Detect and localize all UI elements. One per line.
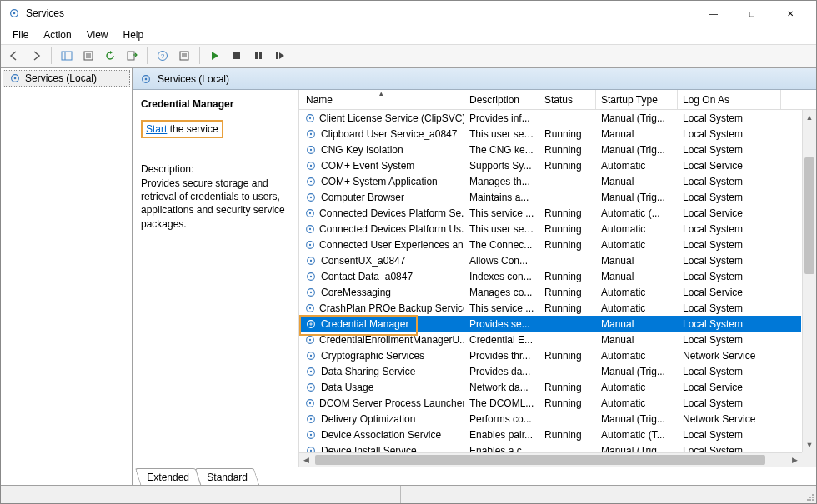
restart-service-button[interactable]	[270, 46, 290, 66]
col-startup-type[interactable]: Startup Type	[596, 90, 678, 109]
service-row[interactable]: Connected Devices Platform Us...This use…	[299, 221, 801, 237]
horizontal-scrollbar[interactable]: ◀ ▶	[299, 452, 802, 467]
service-row[interactable]: Device Association ServiceEnables pair..…	[299, 427, 801, 442]
svg-point-19	[14, 77, 17, 80]
gear-icon	[304, 207, 316, 220]
tree-root-services-local[interactable]: Services (Local)	[3, 70, 130, 87]
gear-icon	[304, 127, 318, 141]
service-row[interactable]: Connected Devices Platform Se...This ser…	[299, 205, 801, 221]
service-row[interactable]: ConsentUX_a0847Allows Con...ManualLocal …	[299, 252, 801, 268]
menu-action[interactable]: Action	[37, 27, 78, 42]
service-row[interactable]: CredentialEnrollmentManagerU...Credentia…	[299, 332, 801, 347]
service-row[interactable]: Credential ManagerProvides se...ManualLo…	[299, 316, 801, 332]
service-row[interactable]: Clipboard User Service_a0847This user se…	[299, 126, 801, 142]
service-log-on-as: Local System	[678, 302, 781, 314]
service-description: This user ser...	[464, 223, 539, 235]
col-log-on-as[interactable]: Log On As	[678, 90, 781, 109]
service-row[interactable]: Cryptographic ServicesProvides thr...Run…	[299, 347, 801, 363]
service-startup-type: Automatic	[596, 382, 678, 393]
service-row[interactable]: Client License Service (ClipSVC)Provides…	[299, 110, 801, 126]
service-description: Network da...	[464, 382, 539, 393]
help-button[interactable]: ?	[153, 46, 173, 66]
service-log-on-as: Local Service	[678, 382, 781, 393]
col-name[interactable]: Name▴	[299, 90, 464, 109]
gear-icon	[304, 428, 318, 442]
rows-viewport: Client License Service (ClipSVC)Provides…	[299, 110, 816, 467]
svg-point-51	[309, 338, 311, 340]
svg-point-23	[309, 117, 311, 118]
close-button[interactable]: ✕	[771, 1, 809, 26]
service-startup-type: Automatic (T...	[596, 429, 678, 441]
show-hide-tree-button[interactable]	[57, 46, 77, 66]
titlebar[interactable]: Services ― □ ✕	[1, 1, 816, 26]
vertical-scrollbar[interactable]: ▲ ▼	[802, 110, 816, 452]
service-row[interactable]: COM+ Event SystemSupports Sy...RunningAu…	[299, 157, 801, 173]
service-row[interactable]: Computer BrowserMaintains a...Manual (Tr…	[299, 189, 801, 205]
refresh-button[interactable]	[100, 46, 120, 66]
service-description: Provides inf...	[464, 112, 539, 124]
col-description[interactable]: Description	[464, 90, 539, 109]
content-header: Services (Local)	[133, 68, 816, 90]
service-name: ConsentUX_a0847	[321, 255, 405, 267]
svg-point-71	[812, 494, 814, 496]
service-name: Delivery Optimization	[321, 413, 415, 425]
scroll-thumb[interactable]	[804, 157, 814, 274]
service-name: DCOM Server Process Launcher	[319, 397, 464, 409]
scroll-down-icon[interactable]: ▼	[803, 437, 816, 452]
service-startup-type: Manual	[596, 334, 678, 346]
menu-help[interactable]: Help	[117, 27, 151, 42]
export-button[interactable]	[122, 46, 142, 66]
navigation-tree[interactable]: Services (Local)	[1, 68, 133, 485]
service-row[interactable]: Data UsageNetwork da...RunningAutomaticL…	[299, 379, 801, 395]
col-status[interactable]: Status	[539, 90, 596, 109]
service-name: COM+ Event System	[321, 160, 414, 172]
start-service-link[interactable]: Start	[146, 123, 167, 135]
svg-point-47	[309, 307, 311, 308]
service-description: This service ...	[464, 302, 539, 314]
service-status: Running	[539, 429, 596, 441]
gear-icon	[304, 222, 316, 236]
menu-file[interactable]: File	[6, 27, 35, 42]
resize-grip-icon[interactable]	[799, 486, 816, 503]
scroll-left-icon[interactable]: ◀	[299, 453, 313, 467]
gear-icon	[304, 333, 316, 347]
stop-service-button[interactable]	[227, 46, 247, 66]
service-log-on-as: Local System	[678, 334, 781, 346]
forward-button[interactable]	[26, 46, 46, 66]
service-row[interactable]: Delivery OptimizationPerforms co...Manua…	[299, 411, 801, 427]
hscroll-thumb[interactable]	[315, 455, 765, 465]
window-title: Services	[26, 7, 64, 19]
pause-service-button[interactable]	[248, 46, 268, 66]
scroll-right-icon[interactable]: ▶	[788, 453, 802, 467]
service-row[interactable]: CrashPlan PROe Backup ServiceThis servic…	[299, 300, 801, 316]
service-row[interactable]: CNG Key IsolationThe CNG ke...RunningMan…	[299, 142, 801, 157]
tab-extended[interactable]: Extended	[135, 468, 201, 485]
properties-button[interactable]	[78, 46, 98, 66]
service-row[interactable]: CoreMessagingManages co...RunningAutomat…	[299, 284, 801, 300]
service-startup-type: Manual	[596, 128, 678, 140]
service-name: Connected Devices Platform Se...	[319, 207, 464, 219]
service-name: Device Association Service	[321, 429, 441, 441]
service-description: Manages co...	[464, 287, 539, 298]
service-row[interactable]: DCOM Server Process LauncherThe DCOML...…	[299, 395, 801, 411]
service-startup-type: Automatic	[596, 223, 678, 235]
properties2-button[interactable]	[174, 46, 194, 66]
menu-view[interactable]: View	[80, 27, 115, 42]
minimize-button[interactable]: ―	[694, 1, 733, 26]
service-name: Data Usage	[321, 382, 373, 393]
maximize-button[interactable]: □	[733, 1, 771, 26]
svg-point-70	[809, 497, 811, 498]
service-description: Manages th...	[464, 176, 539, 187]
tab-standard[interactable]: Standard	[194, 468, 258, 485]
service-row[interactable]: COM+ System ApplicationManages th...Manu…	[299, 173, 801, 189]
service-name: Cryptographic Services	[321, 350, 424, 362]
service-row[interactable]: Contact Data_a0847Indexes con...RunningM…	[299, 268, 801, 284]
service-row[interactable]: Data Sharing ServiceProvides da...Manual…	[299, 363, 801, 379]
service-log-on-as: Local System	[678, 255, 781, 267]
gear-icon	[304, 238, 316, 252]
service-startup-type: Manual	[596, 318, 678, 330]
back-button[interactable]	[4, 46, 24, 66]
start-service-button[interactable]	[205, 46, 225, 66]
service-row[interactable]: Connected User Experiences an...The Conn…	[299, 237, 801, 252]
scroll-up-icon[interactable]: ▲	[803, 110, 816, 124]
